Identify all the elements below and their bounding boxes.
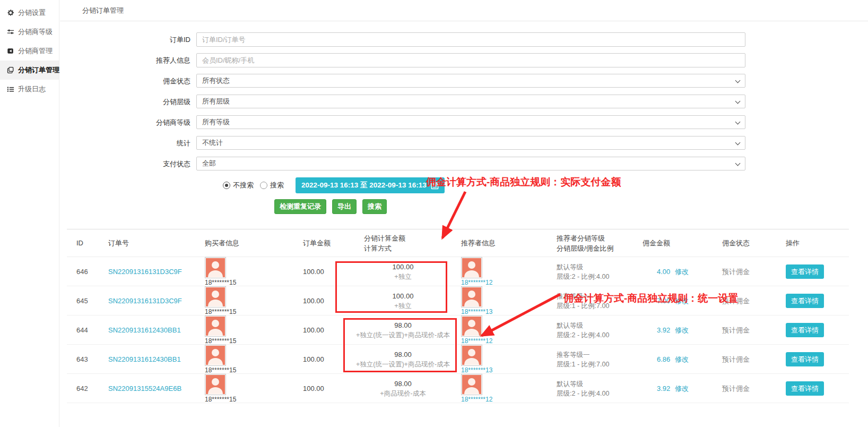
buyer-cell: 18*******15 [195, 374, 293, 403]
view-details-button[interactable]: 查看详情 [786, 264, 824, 279]
buyer-phone: 18*******15 [205, 308, 293, 315]
tab-distribution-order-management[interactable]: 分销订单管理 [82, 0, 124, 21]
distribution-tier-value: 所有层级 [202, 97, 230, 105]
calc-cell: 100.00 +独立 [354, 262, 452, 281]
statistics-label: 统计 [60, 136, 196, 150]
chevron-down-icon [735, 119, 741, 125]
order-number-link[interactable]: SN22091316131D3C9F [108, 297, 182, 305]
buyer-phone: 18*******15 [205, 396, 293, 403]
sidebar-item-label: 升级日志 [18, 84, 46, 94]
calc-amount: 98.00 [354, 379, 452, 389]
table-row: 642 SN22091315524A9E6B 18*******15 100.0… [67, 374, 849, 403]
sidebar-item-upgrade-log[interactable]: 升级日志 [0, 80, 59, 99]
referrer-cell: 18*******12 [452, 257, 547, 286]
sidebar-item-distribution-settings[interactable]: 分销设置 [0, 3, 59, 22]
table-header-row: ID 订单号 购买者信息 订单金额 分销计算金额计算方式 推荐者信息 推荐者分销… [67, 229, 849, 257]
check-duplicates-button[interactable]: 检测重复记录 [274, 199, 326, 214]
buyer-avatar [205, 345, 226, 366]
header-commission-amount: 佣金金额 [633, 238, 713, 248]
sidebar-item-label: 分销订单管理 [18, 65, 59, 75]
buyer-phone: 18*******15 [205, 366, 293, 374]
sidebar-item-distributor-level[interactable]: 分销商等级 [0, 22, 59, 41]
search-button[interactable]: 搜索 [362, 199, 387, 214]
view-details-button[interactable]: 查看详情 [786, 323, 824, 337]
referrer-avatar [461, 374, 482, 395]
date-range-button[interactable]: 2022-09-13 16:13 至 2022-09-13 16:13 [296, 177, 445, 193]
sidebar-item-distribution-orders[interactable]: 分销订单管理 [0, 61, 59, 80]
referrer-level-cell: 默认等级 层级:2 - 比例:4.00 [547, 379, 633, 398]
modify-link[interactable]: 修改 [675, 268, 689, 276]
commission-status-value: 所有状态 [202, 76, 230, 84]
person-icon [462, 375, 481, 394]
tab-bar: 分销订单管理 [60, 0, 868, 21]
person-icon [462, 346, 481, 365]
referrer-info-input[interactable] [196, 53, 745, 67]
commission-value: 4.00 [657, 268, 670, 276]
radio-no-search[interactable]: 不搜索 [223, 181, 254, 190]
distributor-level-select[interactable]: 所有等级 [196, 115, 745, 129]
referrer-phone-link[interactable]: 18*******13 [461, 366, 547, 374]
level-detail: 层级:1 - 比例:7.00 [557, 360, 633, 369]
commission-status-select[interactable]: 所有状态 [196, 74, 745, 88]
header-referrer-info: 推荐者信息 [452, 238, 547, 248]
row-id: 644 [67, 326, 99, 334]
payment-status-value: 全部 [202, 159, 216, 167]
order-id-input[interactable] [196, 32, 745, 47]
order-number-link[interactable]: SN2209131612430BB1 [108, 326, 181, 334]
view-details-button[interactable]: 查看详情 [786, 294, 824, 308]
person-icon [206, 375, 225, 394]
statistics-value: 不统计 [202, 139, 223, 147]
header-buyer-info: 购买者信息 [195, 238, 293, 248]
calc-method: +商品现价-成本 [354, 389, 452, 398]
header-order-no: 订单号 [99, 238, 195, 248]
order-number-link[interactable]: SN22091315524A9E6B [108, 385, 181, 392]
modify-link[interactable]: 修改 [675, 326, 689, 334]
order-amount: 100.00 [293, 297, 354, 305]
export-button[interactable]: 导出 [332, 199, 357, 214]
calc-amount: 98.00 [354, 321, 452, 330]
calc-cell: 100.00 +独立 [354, 292, 452, 311]
view-details-button[interactable]: 查看详情 [786, 352, 824, 366]
referrer-level-cell: 默认等级 层级:2 - 比例:4.00 [547, 262, 633, 281]
table-row: 646 SN22091316131D3C9F 18*******15 100.0… [67, 257, 849, 286]
modify-link[interactable]: 修改 [675, 355, 689, 363]
row-id: 645 [67, 297, 99, 305]
referrer-cell: 18*******13 [452, 345, 547, 374]
referrer-phone-link[interactable]: 18*******12 [461, 396, 547, 403]
referrer-avatar [461, 286, 482, 308]
header-order-amount: 订单金额 [293, 238, 354, 248]
annotation-unified-setting: 佣金计算方式-商品独立规则：统一设置 [563, 292, 738, 305]
order-number-link[interactable]: SN22091316131D3C9F [108, 268, 182, 276]
header-calc-amount: 分销计算金额计算方式 [354, 233, 452, 253]
share-icon [7, 47, 14, 55]
distributor-level-label: 分销商等级 [60, 115, 196, 130]
person-icon [206, 346, 225, 365]
level-name: 默认等级 [557, 321, 633, 330]
view-details-button[interactable]: 查看详情 [786, 381, 824, 396]
referrer-avatar [461, 315, 482, 337]
statistics-select[interactable]: 不统计 [196, 136, 745, 150]
person-icon [206, 287, 225, 306]
order-number-link[interactable]: SN2209131612430BB1 [108, 355, 181, 363]
chevron-down-icon [735, 140, 741, 146]
distribution-tier-select[interactable]: 所有层级 [196, 95, 745, 108]
referrer-phone-link[interactable]: 18*******12 [461, 337, 547, 345]
referrer-level-cell: 推客等级一 层级:1 - 比例:7.00 [547, 350, 633, 369]
buyer-avatar [205, 374, 226, 395]
commission-status: 预计佣金 [713, 267, 776, 277]
date-range-text: 2022-09-13 16:13 至 2022-09-13 16:13 [301, 181, 427, 190]
order-amount: 100.00 [293, 355, 354, 363]
radio-search[interactable]: 搜索 [260, 181, 284, 190]
payment-status-select[interactable]: 全部 [196, 157, 745, 170]
referrer-phone-link[interactable]: 18*******12 [461, 279, 547, 286]
chevron-down-icon [735, 161, 741, 166]
sidebar-item-distributor-management[interactable]: 分销商管理 [0, 41, 59, 61]
person-icon [462, 258, 481, 277]
calc-cell: 98.00 +独立(统一设置)+商品现价-成本 [354, 350, 452, 369]
referrer-phone-link[interactable]: 18*******13 [461, 308, 547, 315]
level-detail: 层级:2 - 比例:4.00 [557, 330, 633, 340]
calc-amount: 100.00 [354, 292, 452, 301]
buyer-cell: 18*******15 [195, 257, 293, 286]
modify-link[interactable]: 修改 [675, 385, 689, 392]
row-id: 646 [67, 268, 99, 276]
